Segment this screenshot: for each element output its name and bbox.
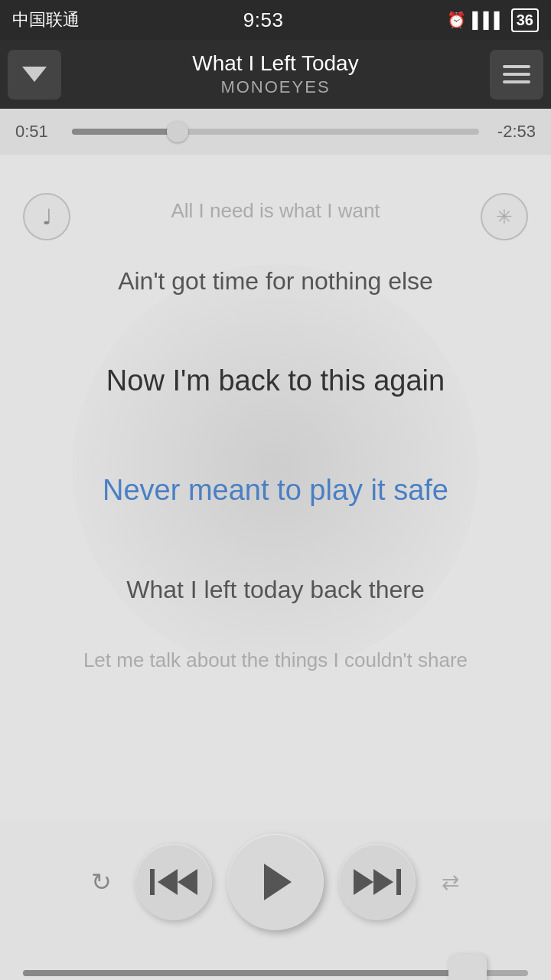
progress-thumb[interactable] [167,121,188,142]
header-title-block: What I Left Today MONOEYES [61,51,490,97]
previous-icon [150,869,197,895]
volume-section [0,943,551,980]
volume-fill [23,970,468,976]
collapse-button[interactable] [8,50,61,100]
repeat-button[interactable]: ↻ [82,863,120,901]
shuffle-button[interactable]: ⇄ [431,863,469,901]
shuffle-icon: ⇄ [442,870,459,895]
lyric-line-5: What I left today back there [0,576,551,604]
volume-track[interactable] [23,970,528,976]
previous-button[interactable] [135,844,212,920]
lyric-line-active: Never meant to play it safe [0,474,551,507]
status-right: ⏰ ▌▌▌ 36 [447,8,539,32]
lyric-line-2: Ain't got time for nothing else [0,267,551,296]
battery-label: 36 [511,8,539,32]
status-bar: 中国联通 9:53 ⏰ ▌▌▌ 36 [0,0,551,40]
song-title: What I Left Today [61,51,490,76]
remaining-time: -2:53 [490,122,536,142]
progress-track[interactable] [72,129,479,135]
artist-name: MONOEYES [61,77,490,97]
hamburger-icon [503,65,530,83]
signal-icon: ▌▌▌ [472,11,505,29]
next-button[interactable] [339,844,416,920]
controls-section: ↻ ⇄ [0,821,551,943]
volume-thumb[interactable] [448,954,487,980]
alarm-icon: ⏰ [447,11,466,29]
progress-bar-section: 0:51 -2:53 [0,109,551,155]
carrier-label: 中国联通 [12,8,80,31]
menu-button[interactable] [490,50,543,100]
lyrics-section: ♩ ✳ All I need is what I want Ain't got … [0,155,551,821]
chevron-down-icon [22,67,47,82]
circle-overlay [73,265,478,671]
next-icon [354,869,401,895]
progress-fill [72,129,178,135]
repeat-icon: ↻ [91,867,112,897]
time-label: 9:53 [243,8,284,32]
header: What I Left Today MONOEYES [0,40,551,109]
play-icon [264,864,292,900]
lyric-line-3: Now I'm back to this again [0,364,551,397]
lyric-line-1: All I need is what I want [0,199,551,223]
lyric-line-6: Let me talk about the things I couldn't … [0,648,551,672]
current-time: 0:51 [15,122,61,142]
play-button[interactable] [227,834,324,930]
